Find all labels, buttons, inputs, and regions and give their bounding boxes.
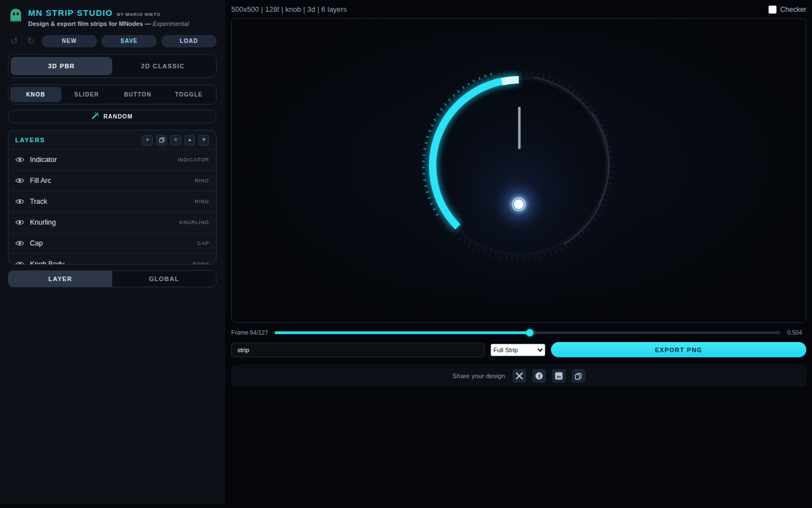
layer-name: Fill Arc [30,177,189,185]
ghost-logo-icon [9,8,23,25]
share-linkedin-button[interactable]: in [552,369,566,383]
layer-type: RING [195,178,209,183]
tab-slider[interactable]: SLIDER [61,87,113,102]
layers-title: LAYERS [15,137,45,143]
layer-type: BODY [193,261,209,265]
tab-global[interactable]: GLOBAL [112,271,216,287]
svg-text:in: in [557,374,561,379]
eye-icon[interactable] [15,219,24,226]
redo-icon: ↻ [27,36,34,46]
main-area: 500x500 | 128f | knob | 3d | 6 layers Ch… [225,0,812,508]
share-bar: Share your design f in [231,365,806,387]
duplicate-icon [159,137,165,143]
layer-row-fill-arc[interactable]: Fill Arc RING [8,170,216,191]
x-icon [516,373,523,379]
arrow-up-icon: ▲ [188,135,192,144]
frame-slider[interactable] [275,329,780,336]
export-png-button[interactable]: EXPORT PNG [551,342,806,357]
layer-list: Indicator INDICATOR Fill Arc RING Track … [8,149,216,265]
frame-label: Frame 64/127 [231,329,268,336]
app-title: MN STRIP STUDIO [28,8,113,19]
app-subtitle: Design & export film strips for MNodes —… [28,20,189,28]
checker-checkbox[interactable] [769,6,776,14]
layer-name: Knurling [30,218,174,226]
eye-icon[interactable] [15,240,24,247]
random-button[interactable]: RANDOM [8,110,217,123]
layer-name: Indicator [30,156,172,164]
frame-slider-fill [275,331,529,334]
layer-row-knurling[interactable]: Knurling KNURLING [8,212,216,233]
layer-type: RING [195,199,209,204]
layer-row-knob-body[interactable]: Knob Body BODY [8,253,216,265]
layer-type: KNURLING [179,220,209,225]
save-button[interactable]: SAVE [102,35,157,47]
app-byline: BY MARIO NIETO [117,12,161,17]
close-icon: × [174,135,178,144]
layer-type: INDICATOR [178,157,209,163]
undo-button[interactable]: ↺ [8,35,20,47]
export-row: Full Strip EXPORT PNG [231,342,806,357]
frame-value: 0.504 [787,329,806,336]
brand-header: MN STRIP STUDIO BY MARIO NIETO Design & … [0,0,224,30]
tab-knob[interactable]: KNOB [10,87,61,102]
tab-2d-classic[interactable]: 2D CLASSIC [112,57,214,75]
scope-tabs: LAYER GLOBAL [8,270,217,287]
arrow-down-icon: ▼ [202,135,206,144]
undo-icon: ↺ [10,36,17,46]
facebook-icon: f [535,372,543,380]
eye-icon[interactable] [15,261,24,265]
filename-input[interactable] [231,343,485,357]
copy-icon [575,373,582,380]
frame-slider-track[interactable] [275,331,780,334]
eye-icon[interactable] [15,177,24,184]
eye-icon[interactable] [15,198,24,205]
knob-render [232,19,806,322]
mode-tabs: 3D PBR 2D CLASSIC [8,54,217,78]
meta-bar: 500x500 | 128f | knob | 3d | 6 layers Ch… [231,0,806,17]
share-x-button[interactable] [513,369,526,383]
layer-name: Knob Body [30,260,187,265]
magic-wand-icon [91,112,99,121]
linkedin-icon: in [555,372,563,380]
plus-icon: + [146,135,149,144]
layer-row-indicator[interactable]: Indicator INDICATOR [8,149,216,170]
share-label: Share your design [452,373,505,379]
checker-label: Checker [780,6,806,14]
layer-name: Cap [30,239,192,247]
checker-toggle[interactable]: Checker [769,6,806,14]
layer-row-cap[interactable]: Cap CAP [8,233,216,253]
format-select[interactable]: Full Strip [491,344,545,356]
tab-button[interactable]: BUTTON [112,87,164,102]
app-root: MN STRIP STUDIO BY MARIO NIETO Design & … [0,0,812,508]
copy-link-button[interactable] [572,369,585,383]
frame-row: Frame 64/127 0.504 [231,328,806,337]
redo-button[interactable]: ↻ [25,35,37,47]
new-button[interactable]: NEW [42,35,97,47]
add-layer-button[interactable]: + [142,135,153,146]
delete-layer-button[interactable]: × [170,135,181,146]
file-toolbar: ↺ ↻ NEW SAVE LOAD [0,30,224,47]
eye-icon[interactable] [15,156,24,163]
layer-type: CAP [197,240,209,246]
tab-toggle[interactable]: TOGGLE [164,87,215,102]
layer-row-track[interactable]: Track RING [8,191,216,212]
frame-slider-thumb[interactable] [526,329,533,336]
tab-layer[interactable]: LAYER [8,271,112,287]
strip-meta: 500x500 | 128f | knob | 3d | 6 layers [231,6,347,14]
part-tabs: KNOB SLIDER BUTTON TOGGLE [8,85,217,104]
layer-name: Track [30,198,189,205]
random-label: RANDOM [103,113,133,120]
duplicate-layer-button[interactable] [156,135,167,146]
tab-3d-pbr[interactable]: 3D PBR [11,57,112,75]
load-button[interactable]: LOAD [161,35,217,47]
share-facebook-button[interactable]: f [532,369,546,383]
move-layer-up-button[interactable]: ▲ [184,135,195,146]
preview-canvas[interactable] [231,18,806,323]
move-layer-down-button[interactable]: ▼ [198,135,209,146]
layers-panel: LAYERS + × ▲ ▼ Indicator INDICATOR [8,130,217,265]
sidebar: MN STRIP STUDIO BY MARIO NIETO Design & … [0,0,225,504]
